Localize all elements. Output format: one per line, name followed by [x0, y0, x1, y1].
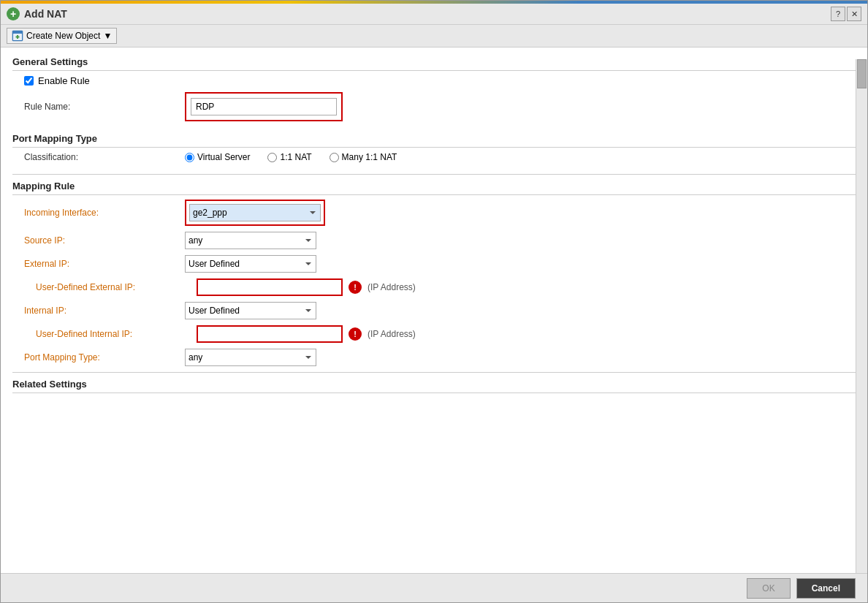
- port-mapping-type-select[interactable]: any: [185, 349, 316, 366]
- footer: OK Cancel: [1, 573, 867, 602]
- dropdown-arrow: ▼: [103, 31, 112, 41]
- virtual-server-option[interactable]: Virtual Server: [185, 152, 250, 162]
- incoming-interface-select-wrapper: ge2_ppp ge1 ge3: [189, 204, 321, 221]
- port-mapping-type-label: Port Mapping Type:: [24, 352, 185, 363]
- scrollbar-track[interactable]: [856, 59, 867, 573]
- rule-name-row: Rule Name:: [12, 92, 856, 121]
- external-ip-select-wrapper: User Defined: [185, 255, 316, 273]
- content-area: General Settings Enable Rule Rule Name: …: [1, 48, 867, 573]
- many-to-one-nat-option[interactable]: Many 1:1 NAT: [330, 152, 397, 162]
- source-ip-label: Source IP:: [24, 235, 185, 246]
- ok-button[interactable]: OK: [747, 578, 790, 599]
- user-defined-internal-ip-input[interactable]: [197, 325, 343, 343]
- title-buttons: ? ✕: [831, 7, 861, 21]
- enable-rule-row: Enable Rule: [12, 75, 856, 86]
- source-ip-row: Source IP: any: [12, 232, 856, 249]
- enable-rule-label: Enable Rule: [38, 75, 90, 86]
- user-defined-external-ip-input[interactable]: [197, 278, 343, 296]
- many-to-one-nat-label: Many 1:1 NAT: [342, 152, 397, 162]
- enable-rule-checkbox[interactable]: [24, 76, 34, 86]
- classification-label: Classification:: [24, 152, 185, 162]
- internal-ip-address-label: (IP Address): [368, 329, 416, 339]
- user-defined-internal-ip-label: User-Defined Internal IP:: [24, 329, 197, 339]
- general-settings-section: General Settings Enable Rule Rule Name:: [12, 56, 856, 121]
- create-new-object-label: Create New Object: [26, 31, 100, 41]
- mapping-rule-header: Mapping Rule: [12, 181, 856, 195]
- internal-ip-select-wrapper: User Defined: [185, 302, 316, 319]
- classification-radio-group: Virtual Server 1:1 NAT Many 1:1 NAT: [185, 152, 397, 162]
- external-ip-select[interactable]: User Defined: [185, 255, 316, 273]
- incoming-interface-label: Incoming Interface:: [24, 208, 185, 218]
- user-defined-external-ip-controls: ! (IP Address): [197, 278, 416, 296]
- incoming-interface-select[interactable]: ge2_ppp ge1 ge3: [189, 204, 321, 221]
- many-to-one-nat-radio[interactable]: [330, 153, 339, 162]
- svg-rect-2: [13, 31, 22, 34]
- port-mapping-type-header: Port Mapping Type: [12, 133, 856, 148]
- external-ip-label: External IP:: [24, 259, 185, 269]
- close-button[interactable]: ✕: [847, 7, 861, 21]
- user-defined-internal-ip-row: User-Defined Internal IP: ! (IP Address): [12, 325, 856, 343]
- related-settings-section: Related Settings: [12, 372, 856, 393]
- mapping-rule-section: Mapping Rule Incoming Interface: ge2_ppp…: [12, 174, 856, 366]
- source-ip-select-wrapper: any: [185, 232, 316, 249]
- external-ip-row: External IP: User Defined: [12, 255, 856, 273]
- rule-name-highlight-box: [185, 92, 343, 121]
- create-new-object-button[interactable]: Create New Object ▼: [7, 28, 117, 44]
- scrollbar-thumb[interactable]: [857, 59, 867, 88]
- external-ip-address-label: (IP Address): [368, 282, 416, 292]
- rule-name-label: Rule Name:: [24, 102, 185, 112]
- create-object-icon: [12, 30, 23, 42]
- dialog-title: Add NAT: [24, 8, 67, 20]
- cancel-button[interactable]: Cancel: [796, 578, 856, 599]
- help-button[interactable]: ?: [831, 7, 845, 21]
- incoming-interface-highlight-box: ge2_ppp ge1 ge3: [185, 200, 325, 226]
- internal-ip-select[interactable]: User Defined: [185, 302, 316, 319]
- external-ip-error-icon: !: [349, 281, 362, 294]
- port-mapping-type-section: Port Mapping Type Classification: Virtua…: [12, 133, 856, 162]
- title-bar-left: + Add NAT: [7, 7, 67, 20]
- toolbar: Create New Object ▼: [1, 25, 867, 48]
- port-mapping-type-select-wrapper: any: [185, 349, 316, 366]
- title-bar: + Add NAT ? ✕: [1, 4, 867, 25]
- one-to-one-nat-option[interactable]: 1:1 NAT: [267, 152, 311, 162]
- one-to-one-nat-radio[interactable]: [267, 153, 277, 162]
- internal-ip-row: Internal IP: User Defined: [12, 302, 856, 319]
- internal-ip-label: Internal IP:: [24, 306, 185, 316]
- virtual-server-radio[interactable]: [185, 153, 194, 162]
- add-nat-icon: +: [7, 7, 20, 20]
- one-to-one-nat-label: 1:1 NAT: [280, 152, 311, 162]
- user-defined-internal-ip-controls: ! (IP Address): [197, 325, 416, 343]
- add-nat-dialog: + Add NAT ? ✕ Create New Object ▼ Genera…: [0, 0, 868, 603]
- source-ip-select[interactable]: any: [185, 232, 316, 249]
- rule-name-input[interactable]: [191, 98, 337, 115]
- internal-ip-error-icon: !: [349, 327, 362, 341]
- related-settings-header: Related Settings: [12, 379, 856, 393]
- classification-row: Classification: Virtual Server 1:1 NAT M…: [12, 152, 856, 162]
- user-defined-external-ip-row: User-Defined External IP: ! (IP Address): [12, 278, 856, 296]
- port-mapping-type-row: Port Mapping Type: any: [12, 349, 856, 366]
- general-settings-header: General Settings: [12, 56, 856, 71]
- user-defined-external-ip-label: User-Defined External IP:: [24, 282, 197, 292]
- virtual-server-label: Virtual Server: [197, 152, 250, 162]
- incoming-interface-row: Incoming Interface: ge2_ppp ge1 ge3: [12, 200, 856, 226]
